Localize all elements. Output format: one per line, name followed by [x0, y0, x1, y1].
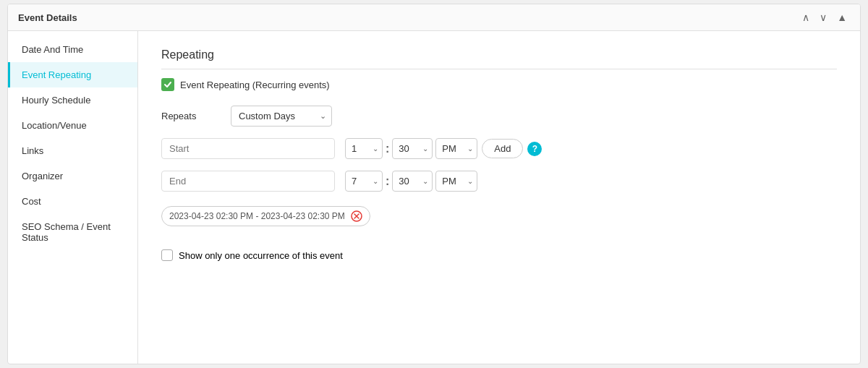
end-minute-wrap: 00153045 ⌄ [392, 171, 433, 192]
sidebar: Date And Time Event Repeating Hourly Sch… [8, 31, 138, 364]
start-ampm-select[interactable]: AMPM [435, 138, 477, 159]
event-tag-remove-button[interactable] [351, 210, 362, 222]
start-hour-wrap: 1234 5678 9101112 ⌄ [345, 138, 383, 159]
end-minute-select[interactable]: 00153045 [392, 171, 433, 192]
panel-header-actions: ∧ ∨ ▲ [799, 10, 850, 25]
end-hour-wrap: 1234 5678 9101112 ⌄ [345, 171, 383, 192]
start-date-input[interactable] [161, 138, 335, 159]
sidebar-item-event-repeating[interactable]: Event Repeating [8, 62, 137, 87]
panel-body: Date And Time Event Repeating Hourly Sch… [8, 31, 860, 364]
end-ampm-wrap: AMPM ⌄ [435, 171, 477, 192]
end-time-colon: : [386, 175, 389, 188]
event-details-panel: Event Details ∧ ∨ ▲ Date And Time Event … [7, 4, 861, 364]
collapse-up-button[interactable]: ∧ [799, 10, 812, 25]
expand-button[interactable]: ▲ [834, 10, 850, 25]
start-time-colon: : [386, 142, 389, 155]
start-hour-select[interactable]: 1234 5678 9101112 [345, 138, 383, 159]
event-repeating-checkbox[interactable] [161, 78, 174, 91]
show-only-label: Show only one occurrence of this event [179, 250, 343, 261]
sidebar-item-location-venue[interactable]: Location/Venue [8, 113, 137, 138]
sidebar-item-hourly-schedule[interactable]: Hourly Schedule [8, 87, 137, 113]
end-date-input[interactable] [161, 171, 335, 192]
add-button[interactable]: Add [482, 139, 523, 158]
end-time-row: 1234 5678 9101112 ⌄ : 00153045 ⌄ [161, 171, 837, 192]
show-only-checkbox[interactable] [161, 249, 173, 261]
panel-title: Event Details [18, 12, 77, 23]
repeats-dropdown[interactable]: Custom Days Daily Weekly Monthly Yearly … [231, 106, 332, 127]
repeats-row: Repeats Custom Days Daily Weekly Monthly… [161, 106, 837, 127]
event-repeating-label: Event Repeating (Recurring events) [180, 80, 330, 90]
show-only-row: Show only one occurrence of this event [161, 249, 837, 261]
event-tag-text: 2023-04-23 02:30 PM - 2023-04-23 02:30 P… [169, 211, 345, 221]
end-hour-select[interactable]: 1234 5678 9101112 [345, 171, 383, 192]
start-time-row: 1234 5678 9101112 ⌄ : 00153045 ⌄ [161, 138, 837, 159]
sidebar-item-seo-schema[interactable]: SEO Schema / Event Status [8, 214, 137, 250]
recurring-checkbox-row: Event Repeating (Recurring events) [161, 78, 837, 91]
sidebar-item-links[interactable]: Links [8, 138, 137, 163]
repeats-select[interactable]: Custom Days Daily Weekly Monthly Yearly [231, 106, 332, 127]
panel-header: Event Details ∧ ∨ ▲ [8, 4, 860, 31]
sidebar-item-cost[interactable]: Cost [8, 189, 137, 214]
section-title: Repeating [161, 48, 837, 69]
start-minute-wrap: 00153045 ⌄ [392, 138, 433, 159]
sidebar-item-organizer[interactable]: Organizer [8, 163, 137, 189]
collapse-down-button[interactable]: ∨ [817, 10, 830, 25]
start-ampm-wrap: AMPM ⌄ [435, 138, 477, 159]
start-minute-select[interactable]: 00153045 [392, 138, 433, 159]
repeats-label: Repeats [161, 111, 219, 121]
end-ampm-select[interactable]: AMPM [435, 171, 477, 192]
sidebar-item-date-and-time[interactable]: Date And Time [8, 37, 137, 62]
main-content: Repeating Event Repeating (Recurring eve… [138, 31, 860, 364]
help-icon[interactable]: ? [527, 142, 542, 156]
event-tag: 2023-04-23 02:30 PM - 2023-04-23 02:30 P… [161, 206, 370, 226]
